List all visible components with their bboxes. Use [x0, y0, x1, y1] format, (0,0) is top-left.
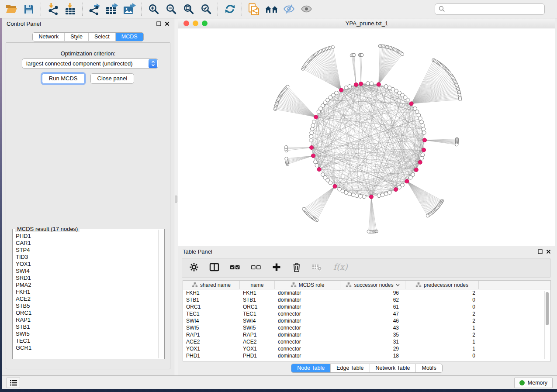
dominator-node[interactable]: [422, 148, 426, 152]
mcds-result-item[interactable]: CAR1: [13, 240, 158, 247]
control-panel-tabs: NetworkStyleSelectMCDS: [2, 32, 174, 41]
close-panel-icon[interactable]: [165, 21, 170, 26]
search-input[interactable]: [448, 6, 541, 12]
table-row[interactable]: FKH1FKH1dominator962: [183, 289, 550, 296]
task-history-button[interactable]: [7, 378, 20, 388]
column-header-shared-name[interactable]: shared name: [183, 281, 240, 289]
splitter-handle[interactable]: [175, 196, 177, 203]
mcds-result-item[interactable]: ORC1: [13, 309, 158, 316]
hide-selected-button[interactable]: [280, 1, 298, 17]
column-header-successor-nodes[interactable]: successor nodes: [340, 281, 405, 289]
mcds-result-scrollbar[interactable]: [158, 230, 164, 358]
export-image-button[interactable]: [121, 1, 138, 17]
tab-select[interactable]: Select: [88, 33, 115, 41]
mcds-result-item[interactable]: STB5: [13, 303, 158, 309]
tab-style[interactable]: Style: [64, 33, 88, 41]
table-row[interactable]: TEC1TEC1connector472: [183, 310, 550, 317]
tab-mcds[interactable]: MCDS: [115, 33, 143, 41]
network-canvas[interactable]: [178, 28, 556, 246]
tab-network-table[interactable]: Network Table: [370, 364, 416, 372]
zoom-out-button[interactable]: [162, 1, 180, 17]
select-all-rows-button[interactable]: [230, 262, 240, 274]
zoom-in-button[interactable]: [145, 1, 162, 17]
mcds-result-item[interactable]: YOX1: [13, 261, 158, 268]
run-mcds-button[interactable]: Run MCDS: [42, 73, 85, 84]
import-network-button[interactable]: [44, 1, 62, 17]
dominator-node[interactable]: [317, 167, 321, 171]
table-row[interactable]: SWI5SWI5connector431: [183, 324, 550, 331]
export-network-button[interactable]: [86, 1, 103, 17]
close-window-icon[interactable]: [183, 21, 189, 26]
table-row[interactable]: ACE2ACE2connector311: [183, 338, 550, 345]
table-cell: 35: [340, 331, 405, 338]
export-table-button[interactable]: [103, 1, 121, 17]
maximize-window-icon[interactable]: [202, 21, 208, 26]
table-row[interactable]: STB1STB1dominator620: [183, 296, 550, 303]
float-panel-icon[interactable]: [156, 21, 161, 26]
close-panel-button[interactable]: Close panel: [90, 73, 135, 84]
dominator-node[interactable]: [418, 160, 422, 164]
first-neighbors-button[interactable]: [263, 1, 280, 17]
column-header-name[interactable]: name: [240, 281, 275, 289]
mcds-result-item[interactable]: STB1: [13, 323, 158, 330]
dominator-node[interactable]: [377, 83, 381, 86]
table-row[interactable]: PHD1PHD1dominator180: [183, 352, 550, 359]
table-row[interactable]: RAP1RAP1dominator352: [183, 331, 550, 338]
tab-node-table[interactable]: Node Table: [291, 364, 330, 372]
mcds-result-item[interactable]: TID3: [13, 254, 158, 261]
mcds-result-item[interactable]: SRD1: [13, 275, 158, 282]
vertical-splitter[interactable]: [174, 18, 178, 375]
dominator-node[interactable]: [310, 145, 314, 149]
table-row[interactable]: SWI4SWI4dominator462: [183, 317, 550, 324]
open-file-button[interactable]: [3, 1, 20, 17]
mcds-result-item[interactable]: FKH1: [13, 289, 158, 296]
zoom-selected-button[interactable]: [197, 1, 214, 17]
mcds-result-item[interactable]: SWI5: [13, 330, 158, 337]
dominator-node[interactable]: [369, 195, 373, 199]
clone-network-button[interactable]: [245, 1, 263, 17]
float-panel-icon[interactable]: [538, 249, 543, 254]
delete-column-button[interactable]: [292, 262, 301, 274]
table-row[interactable]: YOX1YOX1connector291: [183, 345, 550, 352]
mcds-result-item[interactable]: GCR1: [13, 344, 158, 351]
create-column-button[interactable]: [272, 262, 281, 274]
minimize-window-icon[interactable]: [193, 21, 198, 26]
dominator-node[interactable]: [354, 83, 358, 86]
dominator-node[interactable]: [414, 168, 418, 172]
mcds-result-item[interactable]: RAP1: [13, 316, 158, 323]
zoom-fit-button[interactable]: [180, 1, 197, 17]
tab-motifs[interactable]: Motifs: [415, 364, 442, 372]
show-all-button[interactable]: [298, 1, 315, 17]
tab-network[interactable]: Network: [33, 33, 64, 41]
column-header-MCDS-role[interactable]: MCDS role: [275, 281, 340, 289]
mcds-result-item[interactable]: PHD1: [13, 233, 158, 240]
mcds-result-item[interactable]: TEC1: [13, 337, 158, 344]
show-columns-button[interactable]: [209, 262, 219, 274]
dominator-node[interactable]: [314, 115, 318, 119]
dominator-node[interactable]: [359, 82, 363, 86]
mcds-result-item[interactable]: SWI4: [13, 268, 158, 275]
mcds-result-item[interactable]: PMA2: [13, 282, 158, 289]
dominator-node[interactable]: [311, 154, 315, 158]
refresh-button[interactable]: [221, 1, 239, 17]
dominator-node[interactable]: [394, 188, 398, 192]
mcds-result-item[interactable]: STP4: [13, 247, 158, 254]
table-settings-button[interactable]: [189, 262, 199, 274]
tab-edge-table[interactable]: Edge Table: [330, 364, 369, 372]
dominator-node[interactable]: [422, 138, 426, 142]
dominator-node[interactable]: [409, 102, 413, 106]
optimization-criterion-select[interactable]: largest connected component (undirected): [22, 58, 158, 69]
dominator-node[interactable]: [339, 88, 343, 92]
table-scrollbar-thumb[interactable]: [546, 292, 549, 325]
table-scrollbar[interactable]: [544, 291, 549, 359]
column-header-predecessor-nodes[interactable]: predecessor nodes: [405, 281, 479, 289]
close-panel-icon[interactable]: [546, 249, 551, 254]
import-table-button[interactable]: [62, 1, 79, 17]
deselect-all-rows-button[interactable]: [251, 262, 261, 274]
mcds-result-item[interactable]: ACE2: [13, 296, 158, 303]
table-row[interactable]: ORC1ORC1dominator610: [183, 303, 550, 310]
dominator-node[interactable]: [405, 179, 409, 183]
save-session-button[interactable]: [20, 1, 38, 17]
dominator-node[interactable]: [333, 184, 337, 188]
memory-button[interactable]: Memory: [514, 378, 553, 388]
